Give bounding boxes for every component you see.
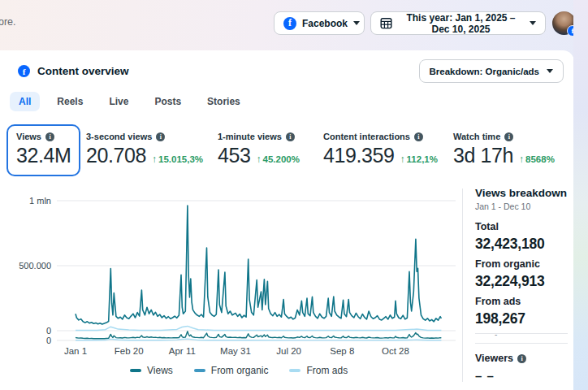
metric-label: 1-minute views i xyxy=(218,132,300,141)
metric-card-1-minute-views[interactable]: 1-minute views i 453 ↑45.200% xyxy=(218,132,300,167)
date-range-label: This year: Jan 1, 2025 – Dec 10, 2025 xyxy=(398,12,524,35)
legend-swatch-icon xyxy=(289,369,300,372)
panel-divider-line xyxy=(475,343,568,344)
panel-divider-line xyxy=(475,333,568,334)
stat-label-total: Total xyxy=(475,221,499,232)
metric-value: 20.708 xyxy=(86,144,146,167)
x-axis-label: Feb 20 xyxy=(115,346,144,356)
x-axis-label: Sep 8 xyxy=(330,346,354,356)
views-chart[interactable]: 1 mln500.00000Jan 1Feb 20Apr 11May 31Jul… xyxy=(0,185,461,362)
profile-avatar[interactable]: f xyxy=(552,11,576,35)
panel-divider xyxy=(462,188,463,382)
panel-mini-dash: - xyxy=(495,330,497,339)
up-arrow-icon: ↑ xyxy=(400,154,405,165)
info-icon[interactable]: i xyxy=(517,354,526,363)
stat-label-from-ads: From ads xyxy=(475,296,521,307)
top-navigation-bar: ore. f Facebook This year: Jan 1, 2025 –… xyxy=(0,0,588,50)
chart-legend: ViewsFrom organicFrom ads xyxy=(130,365,348,376)
y-axis-label: 0 xyxy=(46,336,51,345)
info-icon[interactable]: i xyxy=(45,132,54,141)
page-title: Content overview xyxy=(37,65,129,77)
tab-posts[interactable]: Posts xyxy=(145,92,190,111)
viewers-label: Viewers xyxy=(475,353,513,364)
legend-label: Views xyxy=(147,365,173,376)
platform-selector-label: Facebook xyxy=(302,18,348,29)
series-from-ads-mini xyxy=(76,339,441,340)
info-icon[interactable]: i xyxy=(286,132,295,141)
legend-label: From organic xyxy=(211,365,269,376)
viewers-value: – – xyxy=(475,369,495,383)
metric-card-watch-time[interactable]: Watch time i 3d 17h ↑8568% xyxy=(453,132,555,167)
metric-card-content-interactions[interactable]: Content interactions i 419.359 ↑112,1% xyxy=(323,132,438,167)
x-axis-label: Jul 20 xyxy=(276,346,301,356)
platform-selector[interactable]: f Facebook xyxy=(274,11,365,35)
truncated-nav-text: ore. xyxy=(0,16,16,28)
chevron-down-icon xyxy=(530,21,536,25)
legend-item-views[interactable]: Views xyxy=(130,365,173,376)
card-header: f Content overview xyxy=(18,65,129,77)
series-from-organic xyxy=(76,332,441,339)
stat-label-from-organic: From organic xyxy=(475,258,540,270)
x-axis-label: Apr 11 xyxy=(169,346,196,356)
metric-value: 32.4M xyxy=(16,144,71,167)
chevron-down-icon xyxy=(547,69,553,73)
up-arrow-icon: ↑ xyxy=(257,154,262,165)
panel-title: Views breakdown xyxy=(475,187,567,199)
series-from-ads-main xyxy=(76,326,441,330)
y-axis-label: 500.000 xyxy=(19,261,51,271)
breakdown-selector-label: Breakdown: Organic/ads xyxy=(430,67,539,76)
content-type-tabs: All Reels Live Posts Stories xyxy=(10,92,249,111)
metric-delta: ↑15.015,3% xyxy=(152,154,203,165)
x-axis-label: May 31 xyxy=(220,346,251,356)
tab-live[interactable]: Live xyxy=(100,92,137,111)
series-views xyxy=(76,206,441,324)
metric-delta: ↑112,1% xyxy=(400,154,438,165)
tab-reels[interactable]: Reels xyxy=(48,92,92,111)
legend-item-from-ads[interactable]: From ads xyxy=(289,365,348,376)
metric-value: 3d 17h xyxy=(453,144,513,167)
legend-label: From ads xyxy=(306,365,348,376)
content-overview-card: f Content overview Breakdown: Organic/ad… xyxy=(0,50,574,390)
legend-item-from-organic[interactable]: From organic xyxy=(194,365,269,376)
calendar-icon xyxy=(380,17,392,29)
breakdown-selector[interactable]: Breakdown: Organic/ads xyxy=(419,59,564,83)
facebook-icon: f xyxy=(18,65,30,77)
y-axis-label: 1 mln xyxy=(29,196,51,206)
stat-value-total: 32,423,180 xyxy=(475,236,545,253)
metric-delta: ↑8568% xyxy=(519,154,555,165)
stat-value-from-ads: 198,267 xyxy=(475,310,525,327)
metric-value: 453 xyxy=(218,144,251,167)
info-icon[interactable]: i xyxy=(156,132,165,141)
tab-all[interactable]: All xyxy=(10,92,40,111)
x-axis-label: Oct 28 xyxy=(382,346,409,356)
up-arrow-icon: ↑ xyxy=(519,154,524,165)
metric-label: 3-second views i xyxy=(86,132,203,141)
viewers-label-row: Viewers i xyxy=(475,353,526,364)
legend-swatch-icon xyxy=(194,369,205,372)
metric-card-3-second-views[interactable]: 3-second views i 20.708 ↑15.015,3% xyxy=(86,132,203,167)
x-axis-label: Jan 1 xyxy=(64,346,87,356)
metric-label: Views i xyxy=(16,132,71,141)
up-arrow-icon: ↑ xyxy=(152,154,157,165)
stat-value-from-organic: 32,224,913 xyxy=(475,273,545,290)
legend-swatch-icon xyxy=(130,369,141,372)
info-icon[interactable]: i xyxy=(414,132,423,141)
date-range-selector[interactable]: This year: Jan 1, 2025 – Dec 10, 2025 xyxy=(370,11,546,35)
metric-delta: ↑45.200% xyxy=(257,154,300,165)
metric-label: Watch time i xyxy=(453,132,555,141)
metric-value: 419.359 xyxy=(323,144,395,167)
metric-card-views[interactable]: Views i 32.4M xyxy=(6,124,80,176)
metric-label: Content interactions i xyxy=(323,132,438,141)
info-icon[interactable]: i xyxy=(504,132,513,141)
tab-stories[interactable]: Stories xyxy=(198,92,249,111)
y-axis-label: 0 xyxy=(46,326,51,336)
chevron-down-icon xyxy=(353,21,360,25)
facebook-logo-icon: f xyxy=(283,17,296,30)
panel-date-range: Jan 1 - Dec 10 xyxy=(475,202,530,211)
background-strip xyxy=(573,0,588,390)
